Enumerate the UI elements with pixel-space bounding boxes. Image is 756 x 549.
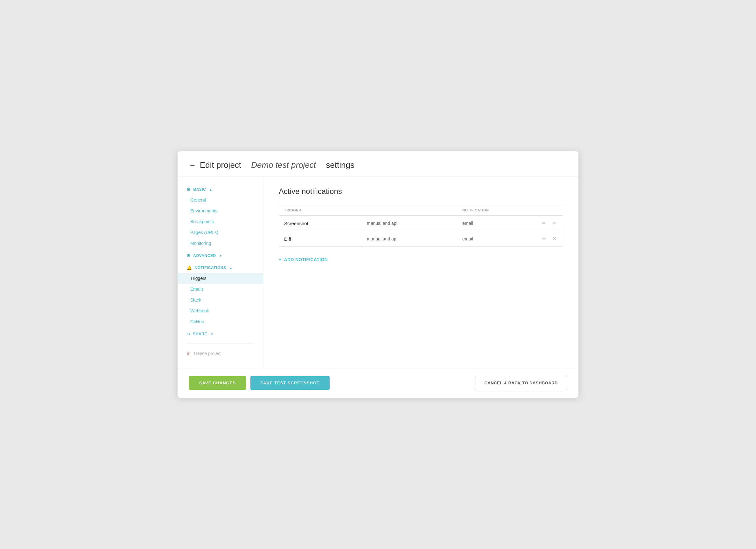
col-header-actions xyxy=(532,208,558,212)
sidebar-divider xyxy=(186,344,254,344)
notifications-table: TRIGGER NOTIFICATION Screenshot manual a… xyxy=(279,205,563,247)
sidebar-item-environments[interactable]: Environments xyxy=(178,205,263,216)
sidebar-basic-label: BASIC xyxy=(193,187,206,192)
delete-project-label: Delete project xyxy=(194,351,221,356)
add-notification-button[interactable]: + ADD NOTIFICATION xyxy=(279,254,328,264)
trigger-name-screenshot: Screenshot xyxy=(284,221,367,226)
sidebar-item-breakpoints[interactable]: Breakpoints xyxy=(178,216,263,227)
trash-icon: 🗑 xyxy=(186,351,191,356)
edit-screenshot-button[interactable]: ✏ xyxy=(541,220,547,226)
sidebar-advanced-label: ADVANCED xyxy=(193,253,216,258)
sidebar-section-basic: ⚙ BASIC ▲ General Environments Breakpoin… xyxy=(178,184,263,249)
caret-basic: ▲ xyxy=(209,188,212,191)
trigger-name-diff: Diff xyxy=(284,236,367,242)
table-row: Screenshot manual and api email ✏ ✕ xyxy=(279,215,563,231)
caret-notifications: ▲ xyxy=(229,266,232,270)
trigger-sub-diff: manual and api xyxy=(367,236,462,241)
sidebar-section-header-notifications[interactable]: 🔔 NOTIFICATIONS ▲ xyxy=(178,263,263,273)
take-test-screenshot-button[interactable]: TAKE TEST SCREENSHOT xyxy=(250,376,330,390)
sidebar-section-advanced: ⚙ ADVANCED ▼ xyxy=(178,250,263,261)
share-icon: ↪ xyxy=(186,332,191,337)
sidebar-item-general[interactable]: General xyxy=(178,194,263,205)
main-content: Active notifications TRIGGER NOTIFICATIO… xyxy=(263,177,578,368)
notification-screenshot: email xyxy=(462,221,532,226)
add-notification-label: ADD NOTIFICATION xyxy=(284,257,328,262)
col-header-trigger: TRIGGER xyxy=(284,208,367,212)
sidebar-share-label: SHARE xyxy=(193,332,207,336)
table-row: Diff manual and api email ✏ ✕ xyxy=(279,231,563,246)
table-header: TRIGGER NOTIFICATION xyxy=(279,205,563,215)
sidebar-section-share: ↪ SHARE ▼ xyxy=(178,329,263,339)
add-notification-plus-icon: + xyxy=(279,257,281,262)
back-arrow-icon: ← xyxy=(189,161,196,169)
delete-diff-button[interactable]: ✕ xyxy=(551,236,558,242)
sidebar: ⚙ BASIC ▲ General Environments Breakpoin… xyxy=(178,177,263,368)
save-changes-button[interactable]: SAVE CHANGES xyxy=(189,376,246,390)
edit-diff-button[interactable]: ✏ xyxy=(541,236,547,242)
sidebar-item-monitoring[interactable]: Monitoring xyxy=(178,238,263,249)
section-title: Active notifications xyxy=(279,187,563,196)
actions-screenshot: ✏ ✕ xyxy=(532,220,558,226)
sidebar-item-webhook[interactable]: Webhook xyxy=(178,306,263,316)
delete-screenshot-button[interactable]: ✕ xyxy=(551,220,558,226)
sidebar-notifications-label: NOTIFICATIONS xyxy=(195,265,226,270)
caret-advanced: ▼ xyxy=(219,254,222,257)
col-header-notification: NOTIFICATION xyxy=(462,208,532,212)
sidebar-item-emails[interactable]: Emails xyxy=(178,284,263,295)
back-button[interactable]: ← xyxy=(189,161,196,169)
sidebar-section-notifications: 🔔 NOTIFICATIONS ▲ Triggers Emails Slack … xyxy=(178,263,263,327)
bell-icon: 🔔 xyxy=(186,265,192,270)
sidebar-item-slack[interactable]: Slack xyxy=(178,295,263,306)
header-title-suffix: settings xyxy=(326,160,354,170)
modal-header: ← Edit project Demo test project setting… xyxy=(178,151,578,177)
edit-project-modal: ← Edit project Demo test project setting… xyxy=(178,151,578,398)
gear-icon-basic: ⚙ xyxy=(186,187,191,192)
actions-diff: ✏ ✕ xyxy=(532,236,558,242)
sidebar-item-github[interactable]: GitHub xyxy=(178,316,263,327)
trigger-sub-screenshot: manual and api xyxy=(367,221,462,226)
sidebar-section-header-share[interactable]: ↪ SHARE ▼ xyxy=(178,329,263,339)
sidebar-section-header-advanced[interactable]: ⚙ ADVANCED ▼ xyxy=(178,250,263,261)
sidebar-section-header-basic[interactable]: ⚙ BASIC ▲ xyxy=(178,184,263,194)
caret-share: ▼ xyxy=(210,333,213,336)
delete-project-button[interactable]: 🗑 Delete project xyxy=(178,349,263,359)
sidebar-item-triggers[interactable]: Triggers xyxy=(178,273,263,284)
header-title-prefix: Edit project xyxy=(200,160,241,170)
notification-diff: email xyxy=(462,236,532,241)
col-header-empty xyxy=(367,208,462,212)
sidebar-item-pages-urls[interactable]: Pages (URLs) xyxy=(178,227,263,238)
modal-body: ⚙ BASIC ▲ General Environments Breakpoin… xyxy=(178,177,578,368)
gear-icon-advanced: ⚙ xyxy=(186,253,191,258)
header-project-name: Demo test project xyxy=(251,160,316,170)
modal-footer: SAVE CHANGES TAKE TEST SCREENSHOT CANCEL… xyxy=(178,368,578,398)
cancel-back-to-dashboard-button[interactable]: CANCEL & BACK TO DASHBOARD xyxy=(475,376,567,390)
